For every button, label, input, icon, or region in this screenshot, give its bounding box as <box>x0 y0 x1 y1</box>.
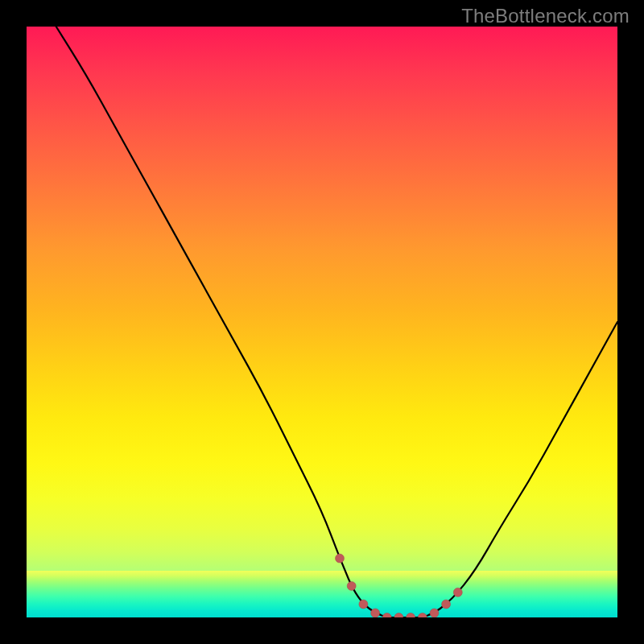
bead <box>430 609 439 617</box>
bead <box>347 581 356 590</box>
bead <box>453 588 462 597</box>
watermark-text: TheBottleneck.com <box>461 5 630 27</box>
curve-svg <box>27 27 617 617</box>
chart-frame: TheBottleneck.com <box>0 0 644 644</box>
bead <box>371 609 380 617</box>
optimal-beads <box>336 554 463 617</box>
bead <box>442 600 451 609</box>
bead <box>359 600 368 609</box>
bead <box>418 613 427 618</box>
plot-area <box>27 27 617 617</box>
bead <box>407 613 415 618</box>
bottleneck-curve <box>56 27 617 617</box>
bead <box>382 613 391 618</box>
bead <box>394 613 403 618</box>
bead <box>336 554 345 563</box>
